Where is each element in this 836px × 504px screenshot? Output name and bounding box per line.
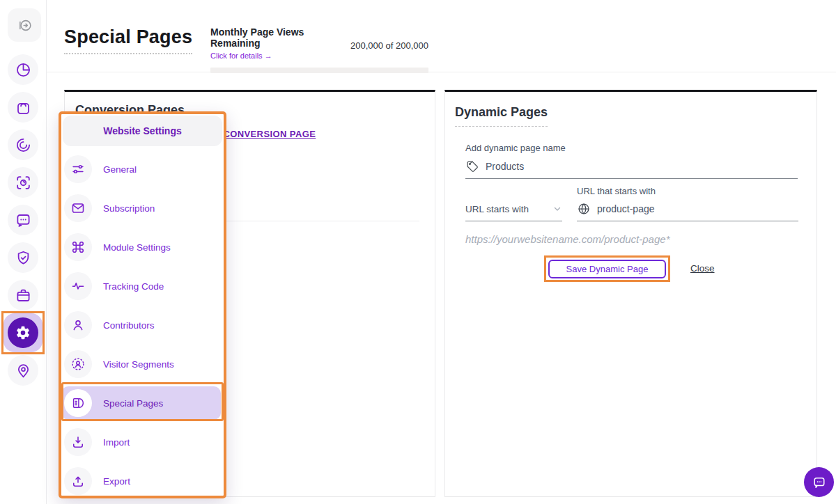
menu-item-export[interactable]: Export [61, 462, 224, 498]
usage-label: Monthly Page Views Remaining [210, 26, 344, 49]
sidebar-item-feedback[interactable] [8, 205, 38, 235]
location-pin-icon [15, 362, 32, 379]
menu-item-label: Contributors [103, 320, 155, 331]
menu-item-label: Import [103, 437, 130, 448]
menu-item-label: Visitor Segments [103, 359, 174, 370]
url-preview-text: https://yourwebsitename.com/product-page… [465, 233, 670, 245]
usage-progress-bar [210, 68, 428, 73]
url-field-label: URL that starts with [577, 186, 656, 196]
menu-item-label: Subscription [103, 203, 155, 214]
sidebar [0, 0, 47, 504]
chat-bubble-icon [15, 212, 32, 229]
shopping-bag-icon [15, 99, 32, 116]
pie-chart-icon [15, 61, 32, 79]
page-name-input[interactable] [486, 161, 798, 172]
menu-item-import[interactable]: Import [61, 423, 224, 462]
menu-item-label: Special Pages [103, 398, 163, 409]
menu-item-general[interactable]: General [61, 150, 224, 189]
globe-icon [577, 202, 591, 216]
menu-item-module-settings[interactable]: Module Settings [61, 228, 224, 267]
page-title: Special Pages [64, 26, 192, 54]
url-value-input[interactable] [597, 203, 798, 214]
swirl-icon [15, 136, 32, 154]
tag-icon [465, 159, 479, 173]
upload-icon [64, 467, 92, 495]
dynamic-pages-panel: Dynamic Pages Add dynamic page name URL … [444, 90, 817, 497]
menu-item-label: Export [103, 476, 130, 487]
flyout-title: Website Settings [63, 116, 222, 146]
visitor-ring-icon [64, 350, 92, 378]
menu-item-label: Module Settings [103, 242, 171, 253]
menu-item-special-pages[interactable]: Special Pages [61, 384, 224, 423]
page-name-field[interactable] [465, 155, 798, 179]
download-icon [64, 428, 92, 456]
dynamic-pages-title: Dynamic Pages [455, 105, 548, 127]
sidebar-item-settings[interactable] [3, 313, 42, 352]
person-icon [64, 311, 92, 339]
sidebar-item-business[interactable] [8, 280, 38, 310]
menu-item-label: Tracking Code [103, 281, 164, 292]
sidebar-item-security[interactable] [8, 242, 38, 273]
scan-focus-icon [15, 174, 32, 191]
gear-icon [15, 325, 31, 340]
page-name-label: Add dynamic page name [465, 143, 566, 153]
support-chat-button[interactable] [804, 467, 834, 497]
menu-item-tracking-code[interactable]: Tracking Code [61, 267, 224, 306]
header-divider [46, 72, 836, 72]
briefcase-icon [15, 287, 32, 304]
usage-details-link[interactable]: Click for details → [210, 52, 272, 60]
menu-item-contributors[interactable]: Contributors [61, 306, 224, 345]
website-settings-flyout: Website Settings General Subscription [59, 111, 226, 498]
url-value-field[interactable] [577, 197, 798, 221]
close-link[interactable]: Close [690, 263, 715, 274]
shield-check-icon [15, 249, 32, 267]
sidebar-item-dashboard[interactable] [8, 54, 38, 85]
chevron-down-icon [552, 204, 562, 214]
sidebar-item-sessions[interactable] [8, 129, 38, 160]
collapse-panel-icon [16, 17, 33, 34]
url-match-select[interactable]: URL starts with [465, 197, 562, 221]
menu-item-visitor-segments[interactable]: Visitor Segments [61, 345, 224, 384]
sidebar-item-locations[interactable] [8, 355, 38, 386]
chat-bubble-icon [812, 475, 827, 490]
sidebar-item-capture[interactable] [8, 167, 38, 198]
usage-widget: Monthly Page Views Remaining 200,000 of … [210, 26, 428, 73]
menu-item-label: General [103, 164, 137, 175]
sliders-icon [64, 155, 92, 183]
envelope-icon [64, 194, 92, 222]
command-icon [64, 233, 92, 261]
url-match-selected-option: URL starts with [465, 204, 529, 214]
collapse-sidebar-button[interactable] [8, 8, 41, 42]
pages-icon [64, 389, 92, 417]
flyout-menu: General Subscription Module Settings [61, 150, 224, 498]
usage-count: 200,000 of 200,000 [350, 40, 428, 51]
sidebar-item-store[interactable] [8, 92, 38, 123]
save-dynamic-page-button[interactable]: Save Dynamic Page [548, 260, 666, 278]
settings-active-circle [8, 317, 38, 348]
annotation-box-save-button: Save Dynamic Page [544, 255, 670, 282]
menu-item-subscription[interactable]: Subscription [61, 189, 224, 228]
pulse-icon [64, 272, 92, 300]
